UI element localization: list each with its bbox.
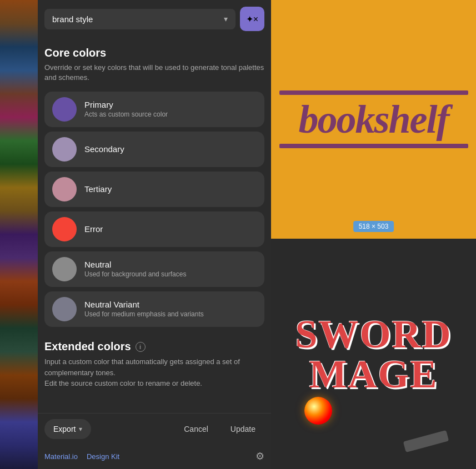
color-item-neutral-variant[interactable]: Neutral Variant Used for medium emphasis… — [44, 291, 264, 327]
neutral-color-desc: Used for background and surfaces — [84, 270, 257, 279]
extended-colors-title: Extended colors — [44, 340, 131, 353]
error-color-swatch — [52, 217, 77, 241]
bookshelf-preview-area: bookshelf 518 × 503 — [271, 0, 476, 239]
error-color-name: Error — [84, 224, 257, 234]
sword-mage-title: SWORDMAGE — [295, 314, 452, 394]
neutral-color-swatch — [52, 257, 77, 281]
neutral-variant-color-info: Neutral Variant Used for medium emphasis… — [84, 300, 257, 319]
sword-mage-preview-area: SWORDMAGE — [271, 239, 476, 469]
brand-style-dropdown[interactable]: brand style ▾ — [44, 9, 236, 29]
dark-object-decoration — [403, 430, 449, 452]
export-button[interactable]: Export ▾ — [44, 419, 91, 439]
neutral-variant-color-swatch — [52, 297, 77, 321]
export-chevron-icon: ▾ — [79, 425, 82, 433]
dropdown-label: brand style — [52, 14, 93, 24]
tertiary-color-swatch — [52, 177, 77, 201]
extended-colors-desc: Input a custom color that automatically … — [44, 356, 264, 389]
color-item-neutral[interactable]: Neutral Used for background and surfaces — [44, 251, 264, 287]
secondary-color-name: Secondary — [84, 144, 257, 154]
bookshelf-preview: bookshelf — [279, 90, 468, 148]
bookshelf-title: bookshelf — [279, 99, 468, 139]
panel-header: brand style ▾ ✦× — [38, 0, 271, 38]
info-icon[interactable]: i — [136, 342, 146, 352]
preview-area: bookshelf 518 × 503 SWORDMAGE — [271, 0, 476, 469]
bookshelf-border-bottom — [279, 144, 468, 148]
tertiary-color-name: Tertiary — [84, 184, 257, 194]
panel-content: Core colors Override or set key colors t… — [38, 38, 271, 413]
sword-mage-text: SWORDMAGE — [295, 314, 452, 394]
magic-wand-button[interactable]: ✦× — [240, 7, 264, 31]
color-item-primary[interactable]: Primary Acts as custom source color — [44, 92, 264, 127]
magic-wand-icon: ✦× — [246, 14, 258, 24]
secondary-color-info: Secondary — [84, 144, 257, 155]
cancel-button[interactable]: Cancel — [175, 419, 217, 439]
bottom-bar: Export ▾ Cancel Update — [38, 413, 271, 445]
primary-color-name: Primary — [84, 100, 257, 109]
bookshelf-border-top — [279, 90, 468, 95]
size-badge: 518 × 503 — [353, 221, 394, 232]
color-item-tertiary[interactable]: Tertiary — [44, 172, 264, 207]
footer-links-left: Material.io Design Kit — [44, 452, 119, 461]
color-item-secondary[interactable]: Secondary — [44, 132, 264, 167]
neutral-variant-color-desc: Used for medium emphasis and variants — [84, 310, 257, 319]
extended-colors-section: Extended colors i — [44, 340, 264, 353]
orb-decoration — [304, 397, 332, 425]
book-images — [0, 0, 38, 469]
primary-color-swatch — [52, 97, 77, 122]
error-color-info: Error — [84, 224, 257, 235]
footer: Material.io Design Kit ⚙ — [38, 445, 271, 469]
neutral-variant-color-name: Neutral Variant — [84, 300, 257, 309]
neutral-color-info: Neutral Used for background and surfaces — [84, 260, 257, 279]
secondary-color-swatch — [52, 137, 77, 162]
color-item-error[interactable]: Error — [44, 211, 264, 247]
design-kit-link[interactable]: Design Kit — [87, 452, 119, 461]
material-io-link[interactable]: Material.io — [44, 452, 78, 461]
neutral-color-name: Neutral — [84, 260, 257, 269]
book-strip — [0, 0, 38, 469]
settings-icon[interactable]: ⚙ — [255, 450, 264, 462]
chevron-down-icon: ▾ — [224, 14, 228, 23]
export-label: Export — [53, 425, 76, 433]
main-panel: brand style ▾ ✦× Core colors Override or… — [38, 0, 271, 469]
primary-color-info: Primary Acts as custom source color — [84, 100, 257, 119]
tertiary-color-info: Tertiary — [84, 184, 257, 195]
primary-color-desc: Acts as custom source color — [84, 110, 257, 119]
core-colors-subtitle: Override or set key colors that will be … — [44, 63, 264, 83]
core-colors-title: Core colors — [44, 47, 264, 59]
update-button[interactable]: Update — [222, 419, 264, 439]
